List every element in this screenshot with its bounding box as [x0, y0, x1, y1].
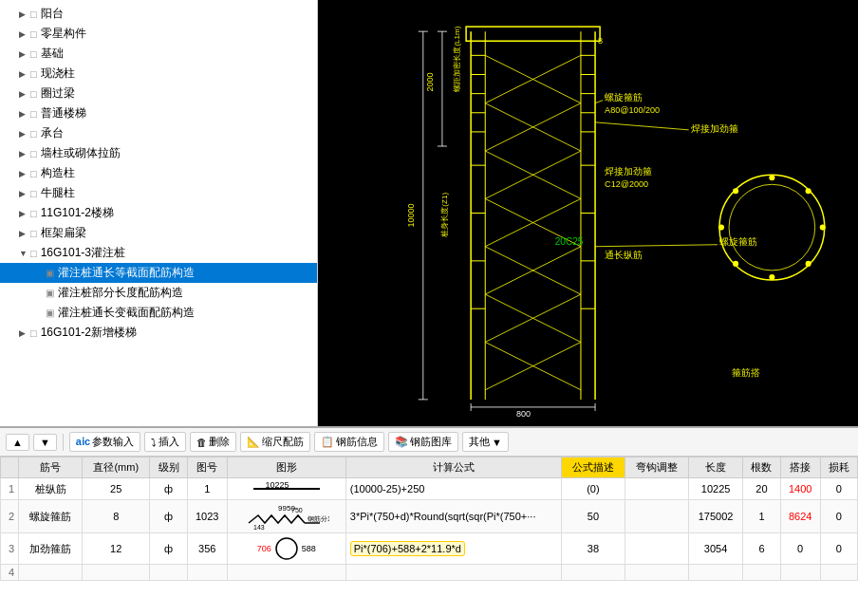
svg-text:螺旋箍筋: 螺旋箍筋 — [605, 92, 643, 103]
tree-label-kuangjia: 框架扁梁 — [41, 225, 86, 241]
svg-text:10000: 10000 — [406, 203, 416, 227]
svg-text:通长纵筋: 通长纵筋 — [605, 250, 643, 260]
table-row-empty: 4 — [1, 565, 858, 581]
col-formula-desc: 公式描述 — [561, 457, 625, 478]
cell-hook-3 — [625, 533, 688, 565]
expand-arrow: ▶ — [19, 189, 30, 198]
svg-text:C12@2000: C12@2000 — [605, 179, 648, 189]
cell-tuhao-1: 1 — [187, 478, 227, 500]
cell-count-2: 1 — [743, 500, 780, 533]
tree-label-tongchang: 灌注桩通长等截面配筋构造 — [58, 265, 195, 281]
tree-item-tongchang[interactable]: ▣ 灌注桩通长等截面配筋构造 — [0, 263, 317, 283]
rebar-info-button[interactable]: 📋 钢筋信息 — [314, 432, 384, 452]
delete-icon: 🗑 — [196, 437, 207, 448]
cell-tuhao-4 — [187, 565, 227, 581]
shape-zigzag: 9950 143 750 钢筋分1段 — [232, 502, 342, 531]
svg-text:10225: 10225 — [265, 480, 289, 490]
cad-drawing: 螺旋箍筋 A80@100/200 焊接加劲箍 焊接加劲箍 C12@2000 20… — [318, 0, 858, 426]
tree-item-jichu[interactable]: ▶ □ 基础 — [0, 44, 317, 64]
expand-arrow: ▶ — [19, 209, 30, 218]
tree-label-bianjie: 灌注桩通长变截面配筋构造 — [58, 305, 195, 321]
svg-point-60 — [769, 175, 774, 180]
tree-item-bufen[interactable]: ▣ 灌注桩部分长度配筋构造 — [0, 283, 317, 303]
cell-jinhao-3: 加劲箍筋 — [19, 533, 83, 565]
cell-jibie-4 — [150, 565, 187, 581]
cell-splice-4 — [780, 565, 820, 581]
insert-icon: ⤵ — [151, 437, 157, 448]
tree-item-qiangzhu[interactable]: ▶ □ 墙柱或砌体拉筋 — [0, 143, 317, 163]
tree-item-niutui[interactable]: ▶ □ 牛腿柱 — [0, 183, 317, 203]
tree-item-16g101-3[interactable]: ▼ □ 16G101-3灌注桩 — [0, 243, 317, 263]
tree-label-lingxing: 零星构件 — [41, 26, 86, 42]
tree-item-16g101-2[interactable]: ▶ □ 16G101-2新增楼梯 — [0, 323, 317, 343]
tree-label-chengtai: 承台 — [41, 125, 64, 141]
cell-loss-3: 0 — [820, 533, 857, 565]
tree-label-niutui: 牛腿柱 — [41, 185, 75, 201]
rebar-library-button[interactable]: 📚 钢筋图库 — [388, 432, 458, 452]
cell-length-3: 3054 — [688, 533, 743, 565]
shape-right-num: 588 — [302, 544, 316, 553]
param-input-label: 参数输入 — [92, 435, 134, 449]
folder-icon: □ — [30, 9, 37, 20]
svg-point-63 — [806, 261, 811, 267]
insert-button[interactable]: ⤵ 插入 — [144, 432, 186, 452]
info-icon: 📋 — [321, 436, 334, 448]
cell-tuxing-4 — [227, 565, 345, 581]
col-count: 根数 — [743, 457, 780, 478]
folder-icon: □ — [30, 168, 37, 179]
svg-text:焊接加劲箍: 焊接加劲箍 — [605, 166, 652, 177]
svg-text:8: 8 — [598, 36, 603, 46]
doc-icon: ▣ — [46, 288, 54, 298]
rebar-info-label: 钢筋信息 — [336, 435, 378, 449]
cell-loss-4 — [820, 565, 857, 581]
shape-circle: 706 588 — [232, 535, 342, 562]
table-row: 1 桩纵筋 25 ф 1 10225 — [1, 478, 858, 500]
expand-arrow: ▶ — [19, 69, 30, 79]
tree-item-chengtai[interactable]: ▶ □ 承台 — [0, 123, 317, 143]
svg-text:焊接加劲箍: 焊接加劲箍 — [691, 123, 738, 134]
tree-item-kuangjia[interactable]: ▶ □ 框架扁梁 — [0, 223, 317, 243]
other-button[interactable]: 其他 ▼ — [462, 432, 509, 452]
up-button[interactable]: ▲ — [6, 434, 29, 451]
tree-item-xianjiaozhu[interactable]: ▶ □ 现浇柱 — [0, 64, 317, 84]
tree-item-guoliang[interactable]: ▶ □ 圈过梁 — [0, 84, 317, 103]
folder-icon: □ — [30, 148, 37, 159]
down-button[interactable]: ▼ — [33, 434, 57, 451]
cell-jibie-2: ф — [150, 500, 187, 533]
folder-icon: □ — [30, 48, 37, 60]
cell-hook-4 — [625, 565, 688, 581]
cell-formula-3: Pi*(706)+588+2*11.9*d — [345, 533, 561, 565]
tree-item-gouzaozhu[interactable]: ▶ □ 构造柱 — [0, 163, 317, 183]
cell-jinhao-1: 桩纵筋 — [19, 478, 83, 500]
row-num-3: 3 — [1, 533, 19, 565]
rebar-circle-svg — [273, 535, 300, 562]
tree-item-lingxing[interactable]: ▶ □ 零星构件 — [0, 24, 317, 44]
delete-label: 删除 — [209, 435, 230, 449]
folder-icon: □ — [30, 248, 37, 259]
cell-formula-1: (10000-25)+250 — [345, 478, 561, 500]
tree-label-gouzaozhu: 构造柱 — [41, 165, 75, 181]
tree-item-putong[interactable]: ▶ □ 普通楼梯 — [0, 103, 317, 123]
cell-length-1: 10225 — [688, 478, 743, 500]
tree-item-yangtai[interactable]: ▶ □ 阳台 — [0, 4, 317, 24]
cell-count-4 — [743, 565, 780, 581]
col-formula: 计算公式 — [345, 457, 561, 478]
rebar-zigzag-svg: 9950 143 750 钢筋分1段 — [244, 502, 329, 531]
folder-icon: □ — [30, 128, 37, 140]
separator — [63, 434, 64, 451]
table-row: 2 螺旋箍筋 8 ф 1023 9950 — [1, 500, 858, 533]
col-row-num — [1, 457, 19, 478]
cad-panel: 螺旋箍筋 A80@100/200 焊接加劲箍 焊接加劲箍 C12@2000 20… — [318, 0, 858, 426]
left-panel: ▶ □ 阳台 ▶ □ 零星构件 ▶ □ 基础 ▶ □ 现浇柱 — [0, 0, 318, 426]
expand-arrow: ▼ — [19, 249, 30, 258]
tree-label-jichu: 基础 — [41, 46, 64, 62]
param-input-button[interactable]: aⅰc 参数输入 — [69, 432, 140, 452]
scale-config-button[interactable]: 📐 缩尺配筋 — [240, 432, 310, 452]
doc-icon: ▣ — [46, 308, 54, 318]
tree-item-bianjie[interactable]: ▣ 灌注桩通长变截面配筋构造 — [0, 303, 317, 323]
tree-item-11g101[interactable]: ▶ □ 11G101-2楼梯 — [0, 203, 317, 223]
delete-button[interactable]: 🗑 删除 — [190, 432, 236, 452]
rebar-library-label: 钢筋图库 — [410, 435, 452, 449]
svg-text:钢筋分1段: 钢筋分1段 — [307, 515, 329, 522]
insert-label: 插入 — [159, 435, 179, 449]
